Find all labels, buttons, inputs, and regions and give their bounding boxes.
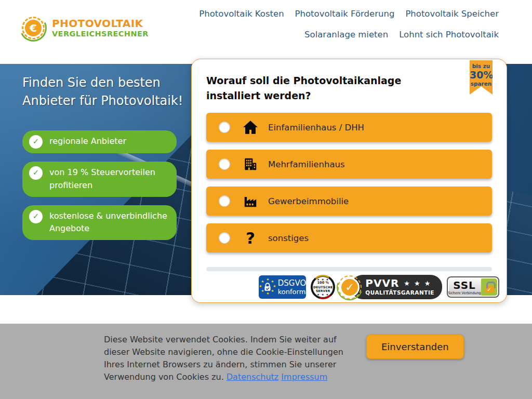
option-gewerbeimmobilie[interactable]: Gewerbeimmobilie: [206, 187, 492, 216]
wizard-card: bis zu 30% sparen Worauf soll die Photov…: [191, 59, 507, 303]
dsgvo-text: DSGVO konform: [278, 278, 307, 296]
pvvr-quality-badge: ✓ PVVR ★ ★ ★ QUALITÄTSGARANTIE: [340, 275, 442, 299]
page: € PHOTOVOLTAIK VERGLEICHSRECHNER Photovo…: [0, 0, 532, 399]
benefit-regionale-anbieter: ✓ regionale Anbieter: [22, 130, 177, 153]
deutsche-server-seal: ★ ★ ★ 100 % DEUTSCHE SERVER ★ ★ ★: [312, 276, 334, 298]
nav-item-kosten[interactable]: Photovoltaik Kosten: [199, 9, 284, 19]
ssl-lock-panel: ✓: [481, 278, 497, 296]
check-circle-icon: ✓: [29, 210, 43, 223]
option-einfamilienhaus[interactable]: Einfamilienhaus / DHH: [206, 113, 492, 142]
sun-euro-icon: €: [21, 16, 46, 41]
ssl-text: SSL Sichere Verbindung: [448, 277, 481, 297]
dsgvo-badge: ★★★★ ★★★★ DSGVO konform: [259, 275, 306, 299]
sun-check-icon: ✓: [340, 277, 360, 297]
radio-button[interactable]: [219, 232, 230, 244]
nav-item-lohnt[interactable]: Lohnt sich Photovoltaik: [399, 30, 499, 39]
nav-row-1: Photovoltaik Kosten Photovoltaik Förderu…: [199, 9, 499, 19]
deutsche-server-badge: ★ ★ ★ 100 % DEUTSCHE SERVER ★ ★ ★: [311, 275, 335, 299]
accept-cookies-button[interactable]: Einverstanden: [366, 335, 464, 359]
radio-button[interactable]: [219, 195, 230, 207]
nav-item-speicher[interactable]: Photovoltaik Speicher: [405, 9, 499, 19]
euro-coin-icon: €: [25, 20, 42, 36]
radio-button[interactable]: [219, 158, 230, 170]
cookie-message: Diese Website verwendet Cookies. Indem S…: [104, 334, 349, 383]
padlock-icon: ✓: [485, 286, 494, 293]
option-label: Mehrfamilienhaus: [268, 159, 345, 169]
option-label: sonstiges: [268, 233, 309, 243]
pvvr-text: PVVR ★ ★ ★ QUALITÄTSGARANTIE: [351, 275, 442, 299]
option-label: Einfamilienhaus / DHH: [268, 123, 364, 132]
factory-icon: [241, 193, 260, 209]
logo-line1: PHOTOVOLTAIK: [52, 18, 149, 30]
benefit-label: von 19 % Steuervorteilen profitieren: [49, 166, 167, 192]
ribbon-line2: 30%: [470, 70, 493, 81]
question-icon: ?: [241, 230, 260, 246]
eu-stars-lock-icon: ★★★★ ★★★★: [259, 278, 274, 297]
progress-bar: [206, 267, 492, 271]
benefit-label: kostenlose & unverbindliche Angebote: [49, 210, 167, 236]
benefit-kostenlose-angebote: ✓ kostenlose & unverbindliche Angebote: [22, 205, 177, 241]
lock-icon: [263, 282, 272, 292]
radio-button[interactable]: [219, 122, 230, 133]
logo-text: PHOTOVOLTAIK VERGLEICHSRECHNER: [52, 18, 149, 38]
ssl-badge: SSL Sichere Verbindung ✓: [447, 276, 499, 298]
datenschutz-link[interactable]: Datenschutz: [227, 372, 278, 382]
cookie-banner: Diese Website verwendet Cookies. Indem S…: [0, 324, 532, 399]
house-icon: [241, 119, 260, 136]
header: € PHOTOVOLTAIK VERGLEICHSRECHNER Photovo…: [0, 0, 532, 64]
trust-badges: ★★★★ ★★★★ DSGVO konform ★ ★ ★ 100 %: [206, 275, 499, 299]
benefit-list: ✓ regionale Anbieter ✓ von 19 % Steuervo…: [22, 130, 177, 240]
option-mehrfamilienhaus[interactable]: Mehrfamilienhaus: [206, 150, 492, 179]
option-sonstiges[interactable]: ? sonstiges: [206, 223, 492, 252]
apartment-icon: [241, 156, 260, 172]
logo[interactable]: € PHOTOVOLTAIK VERGLEICHSRECHNER: [21, 16, 149, 41]
pvvr-stars: ★ ★ ★: [404, 280, 431, 287]
check-circle-icon: ✓: [29, 166, 43, 180]
nav-item-mieten[interactable]: Solaranlage mieten: [304, 30, 388, 39]
benefit-label: regionale Anbieter: [49, 135, 126, 148]
wizard-question: Worauf soll die Photovoltaikanlage insta…: [206, 73, 492, 103]
option-label: Gewerbeimmobilie: [268, 196, 349, 206]
benefit-steuervorteile: ✓ von 19 % Steuervorteilen profitieren: [22, 162, 177, 197]
logo-line2: VERGLEICHSRECHNER: [52, 30, 149, 38]
nav-item-foerderung[interactable]: Photovoltaik Förderung: [295, 9, 395, 19]
impressum-link[interactable]: Impressum: [281, 372, 327, 382]
hero-headline: Finden Sie den besten Anbieter für Photo…: [22, 74, 194, 110]
main-nav: Photovoltaik Kosten Photovoltaik Förderu…: [199, 9, 499, 39]
nav-row-2: Solaranlage mieten Lohnt sich Photovolta…: [304, 30, 499, 39]
option-list: Einfamilienhaus / DHH: [206, 113, 492, 252]
check-circle-icon: ✓: [29, 135, 43, 149]
